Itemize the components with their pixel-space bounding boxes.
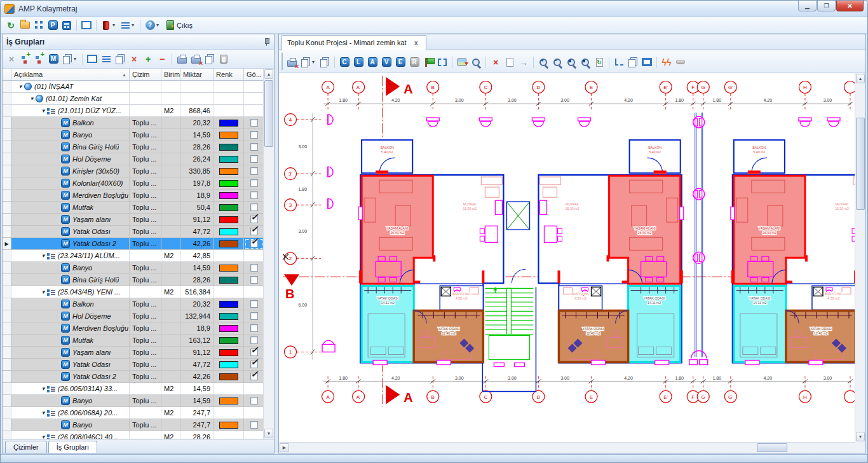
titlebar[interactable]: AMP Kolaymetraj ▁ ❐ ✕ <box>1 1 867 17</box>
zoom-page-icon[interactable] <box>565 56 578 69</box>
visibility-checkbox[interactable] <box>250 191 258 199</box>
table-row[interactable]: MMutfakToplu ...163,12 <box>3 335 263 347</box>
scroll-up-icon[interactable]: ▲ <box>264 69 273 79</box>
expand-icon[interactable]: ▾ <box>39 289 47 295</box>
header-aciklama[interactable]: Açıklama ▲ <box>11 69 130 80</box>
table-row[interactable]: MBalkonToplu ...20,32 <box>3 298 263 310</box>
page-icon[interactable] <box>503 56 516 69</box>
clear-icon[interactable]: × <box>5 53 18 66</box>
visibility-checkbox[interactable] <box>250 264 258 272</box>
cell-visible[interactable] <box>244 250 263 262</box>
add-measurement-icon[interactable]: M <box>47 53 60 66</box>
print-cancel-icon[interactable] <box>189 53 202 66</box>
cell-visible[interactable] <box>244 105 263 117</box>
add-subgroup-icon[interactable] <box>33 53 46 66</box>
visibility-checkbox[interactable] <box>250 312 258 320</box>
table-row[interactable]: ▾(01) İNŞAAT <box>3 81 263 93</box>
export-icon[interactable] <box>299 56 312 69</box>
zoom-out-icon[interactable]: − <box>551 56 564 69</box>
cell-visible[interactable] <box>244 190 263 202</box>
table-row[interactable]: MMerdiven BoşluğuToplu ...18,9 <box>3 322 263 335</box>
expand-icon[interactable]: ▾ <box>39 410 47 416</box>
table-row[interactable]: MBina Giriş HolüToplu ...28,26 <box>3 141 263 153</box>
layer-a-icon[interactable]: A <box>366 56 379 69</box>
cell-visible[interactable] <box>244 371 263 383</box>
sync-icon[interactable]: ϟϟ <box>660 56 673 69</box>
table-row[interactable]: MBanyoToplu ...14,59 <box>3 262 263 274</box>
image-export-icon[interactable] <box>456 56 468 69</box>
cell-visible[interactable] <box>244 335 263 347</box>
canvas-horizontal-scrollbar[interactable]: ◀ ▶ <box>279 442 855 453</box>
table-row[interactable]: MYatak OdasıToplu ...47,72 <box>3 359 263 371</box>
cell-visible[interactable] <box>244 202 263 214</box>
visibility-checkbox[interactable] <box>250 228 258 235</box>
add-icon[interactable]: + <box>142 53 154 66</box>
dropdown-arrow-icon[interactable]: ▾ <box>156 22 161 28</box>
dropdown-arrow-icon[interactable]: ▾ <box>74 56 79 62</box>
layer-c-icon[interactable]: C <box>338 56 351 69</box>
book-icon[interactable] <box>100 19 112 32</box>
layout-icon[interactable] <box>32 19 45 32</box>
show-form-icon[interactable] <box>86 53 98 66</box>
cell-visible[interactable] <box>244 238 263 250</box>
canvas-vertical-scrollbar[interactable]: ▲ ▼ <box>855 73 865 442</box>
cell-visible[interactable] <box>244 262 263 274</box>
visibility-checkbox[interactable] <box>250 361 258 368</box>
restore-button[interactable]: ❐ <box>817 1 836 11</box>
frame-icon[interactable] <box>80 19 93 32</box>
header-gorunur[interactable]: Gö... <box>244 69 264 80</box>
duplicate-icon[interactable] <box>114 53 126 66</box>
tab-close-icon[interactable]: x <box>412 38 421 47</box>
table-row[interactable]: MKirişler (30x50)Toplu ...330,85 <box>3 165 263 177</box>
cell-visible[interactable] <box>244 395 263 407</box>
expand-icon[interactable]: ▾ <box>39 107 47 114</box>
table-row[interactable]: MYaşam alanıToplu ...91,12 <box>3 347 263 359</box>
table-row[interactable]: MYaşam alanıToplu ...91,12 <box>3 214 263 226</box>
panel-tab-igruplar[interactable]: İş Grupları <box>48 441 97 453</box>
canvas-hscroll-thumb[interactable] <box>757 443 787 452</box>
help-icon[interactable]: ? <box>144 19 156 32</box>
header-cizim[interactable]: Çizim <box>130 69 161 80</box>
show-list-icon[interactable] <box>100 53 112 66</box>
table-row[interactable]: MHol DöşemeToplu ...132,944 <box>3 310 263 322</box>
cell-visible[interactable] <box>244 129 263 141</box>
toolbar-grip[interactable] <box>281 53 283 70</box>
visibility-checkbox[interactable] <box>250 204 258 211</box>
layer-v-icon[interactable]: V <box>380 56 393 69</box>
table-row[interactable]: ▾(21.011) DÜZ YÜZ...M2868,46 <box>3 105 263 117</box>
canvas-scroll-down-icon[interactable]: ▼ <box>856 432 865 441</box>
cell-visible[interactable] <box>244 214 263 226</box>
link-icon[interactable] <box>674 56 687 69</box>
dropdown-arrow-icon[interactable]: ▾ <box>132 22 137 28</box>
layer-l-icon[interactable]: L <box>352 56 365 69</box>
pin-icon[interactable] <box>264 38 270 46</box>
table-row[interactable]: ▾(01.01) Zemin Kat <box>3 93 263 105</box>
layer-e-icon[interactable]: E <box>394 56 407 69</box>
duplicate-icon[interactable] <box>318 56 331 69</box>
expand-icon[interactable]: ▾ <box>39 252 47 259</box>
print-icon[interactable] <box>175 53 188 66</box>
refresh-page-icon[interactable]: ↻ <box>593 56 606 69</box>
visibility-checkbox[interactable] <box>250 324 258 332</box>
table-row[interactable]: ▾(26.006/068A) 20...M2247,7 <box>3 407 263 419</box>
visibility-checkbox[interactable] <box>250 119 258 127</box>
table-row[interactable]: ▾(23.243/11) ALÜM...M242,85 <box>3 250 263 262</box>
expand-icon[interactable]: ▾ <box>39 385 47 392</box>
visibility-checkbox[interactable] <box>250 373 258 380</box>
paste-special-icon[interactable] <box>61 53 74 66</box>
expand-icon[interactable]: ▾ <box>28 95 36 102</box>
cell-visible[interactable] <box>244 93 263 105</box>
table-row[interactable]: ▾(26.005/031A) 33...M214,59 <box>3 383 263 395</box>
expand-icon[interactable]: ▾ <box>39 434 47 439</box>
forward-icon[interactable]: → <box>517 56 530 69</box>
table-row[interactable]: MHol DöşemeToplu ...26,24 <box>3 153 263 165</box>
dropdown-arrow-icon[interactable]: ▾ <box>112 22 118 28</box>
visibility-checkbox[interactable] <box>250 167 258 175</box>
cell-visible[interactable] <box>244 274 263 286</box>
visibility-checkbox[interactable] <box>250 155 258 163</box>
drawing-canvas[interactable]: AA'BCDEE'FGG'H1.804.203.003.003.004.201.… <box>279 73 865 453</box>
delete-icon[interactable]: × <box>489 56 502 69</box>
table-row[interactable]: ▶MYatak Odası 2Toplu ...42,26 <box>3 238 263 250</box>
table-row[interactable]: MMutfakToplu ...50,4 <box>3 202 263 214</box>
new-window-icon[interactable] <box>627 56 639 69</box>
